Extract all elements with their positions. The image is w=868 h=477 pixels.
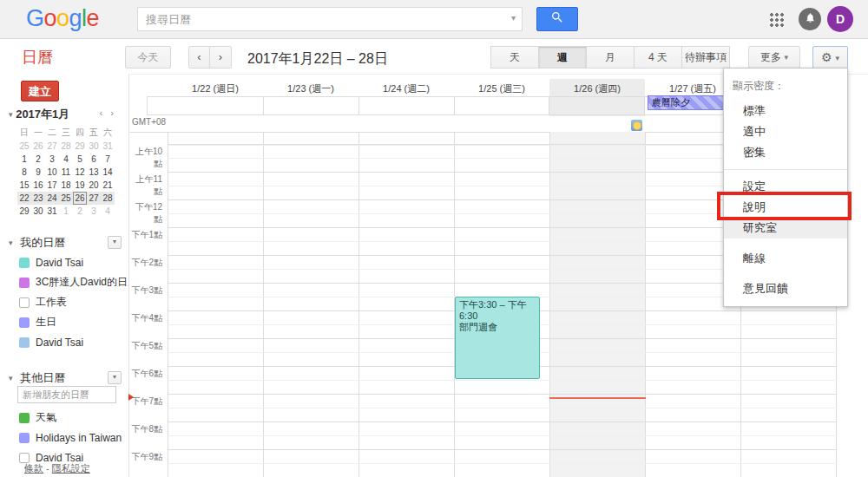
mini-calendar-day[interactable]: 24 <box>45 192 59 205</box>
calendar-color-swatch[interactable] <box>19 317 30 328</box>
mini-next-button[interactable]: › <box>108 108 116 118</box>
settings-gear-button[interactable]: ⚙ ▾ <box>812 46 848 69</box>
menu-item[interactable]: 意見回饋 <box>724 278 847 299</box>
privacy-link[interactable]: 隱私設定 <box>52 463 90 474</box>
mini-calendar-day[interactable]: 7 <box>101 153 115 166</box>
mini-calendar-day[interactable]: 27 <box>45 140 59 153</box>
mini-calendar-day[interactable]: 4 <box>59 153 73 166</box>
calendar-color-swatch[interactable] <box>19 278 30 288</box>
my-calendars-menu-button[interactable]: ▾ <box>108 236 122 249</box>
other-calendars-header[interactable]: ▾ 其他日曆 <box>9 370 65 386</box>
google-logo[interactable]: Google <box>26 5 99 32</box>
mini-calendar-day[interactable]: 23 <box>31 192 45 205</box>
mini-calendar-day[interactable]: 12 <box>73 166 87 179</box>
day-header-label[interactable]: 1/22 (週日) <box>168 82 263 95</box>
mini-calendar-day[interactable]: 13 <box>87 166 101 179</box>
mini-calendar-day[interactable]: 3 <box>87 205 101 218</box>
view-tab[interactable]: 待辦事項 <box>682 46 730 69</box>
mini-calendar-day[interactable]: 28 <box>101 192 115 205</box>
menu-item-density[interactable]: 密集 <box>724 142 847 163</box>
today-button[interactable]: 今天 <box>125 46 171 69</box>
mini-calendar-day[interactable]: 31 <box>45 205 59 218</box>
menu-item-density[interactable]: 適中 <box>724 121 847 142</box>
search-button[interactable] <box>536 7 578 31</box>
calendar-list-item[interactable]: 3C胖達人David的日曆 <box>0 272 138 292</box>
mini-calendar-day[interactable]: 14 <box>101 166 115 179</box>
mini-calendar-day[interactable]: 6 <box>87 153 101 166</box>
mini-calendar-day[interactable]: 11 <box>59 166 73 179</box>
mini-calendar-day[interactable]: 20 <box>87 179 101 192</box>
all-day-cell[interactable] <box>263 97 358 114</box>
mini-calendar-day[interactable]: 27 <box>87 192 101 205</box>
calendar-list-item[interactable]: David Tsai <box>0 332 138 352</box>
mini-calendar-day[interactable]: 25 <box>17 140 31 153</box>
calendar-list-item[interactable]: 生日 <box>0 312 138 332</box>
menu-item[interactable]: 設定 <box>724 176 847 197</box>
mini-calendar-day[interactable]: 30 <box>87 140 101 153</box>
view-tab[interactable]: 月 <box>587 46 635 69</box>
search-input[interactable] <box>137 7 523 31</box>
mini-calendar-day[interactable]: 1 <box>17 153 31 166</box>
calendar-color-swatch[interactable] <box>19 337 30 348</box>
all-day-cell[interactable] <box>147 97 263 114</box>
mini-calendar-day[interactable]: 30 <box>31 205 45 218</box>
view-tab[interactable]: 天 <box>491 46 539 69</box>
mini-calendar-day[interactable]: 26 <box>31 140 45 153</box>
calendar-color-swatch[interactable] <box>19 433 30 443</box>
mini-calendar-day[interactable]: 10 <box>45 166 59 179</box>
mini-calendar-day[interactable]: 8 <box>17 166 31 179</box>
mini-calendar-day[interactable]: 2 <box>73 205 87 218</box>
calendar-list-item[interactable]: 天氣 <box>0 408 122 428</box>
more-button[interactable]: 更多 ▾ <box>748 46 800 69</box>
calendar-color-swatch[interactable] <box>19 258 30 268</box>
mini-calendar-day[interactable]: 19 <box>73 179 87 192</box>
my-calendars-header[interactable]: ▾ 我的日曆 <box>9 235 65 251</box>
mini-prev-button[interactable]: ‹ <box>97 108 106 118</box>
menu-item[interactable]: 說明 <box>724 197 847 218</box>
mini-calendar-day[interactable]: 29 <box>17 205 31 218</box>
collapse-caret-icon[interactable]: ▾ <box>9 374 13 382</box>
add-friend-calendar-input[interactable] <box>17 386 116 403</box>
menu-item[interactable]: 離線 <box>724 248 847 269</box>
notifications-button[interactable] <box>799 8 821 30</box>
all-day-cell[interactable] <box>549 97 644 114</box>
account-avatar[interactable]: D <box>827 6 853 32</box>
collapse-caret-icon[interactable]: ▾ <box>9 110 13 119</box>
mini-calendar-day[interactable]: 5 <box>73 153 87 166</box>
mini-calendar-day[interactable]: 22 <box>17 192 31 205</box>
mini-calendar-day[interactable]: 17 <box>45 179 59 192</box>
mini-calendar-day[interactable]: 28 <box>59 140 73 153</box>
calendar-list-item[interactable]: Holidays in Taiwan <box>0 428 122 448</box>
search-options-caret-icon[interactable]: ▾ <box>511 13 516 23</box>
collapse-caret-icon[interactable]: ▾ <box>9 238 13 247</box>
mini-calendar-day[interactable]: 21 <box>101 179 115 192</box>
day-header-label[interactable]: 1/23 (週一) <box>263 82 358 95</box>
mini-calendar-day[interactable]: 15 <box>17 179 31 192</box>
prev-week-button[interactable]: ‹ <box>188 46 210 69</box>
next-week-button[interactable]: › <box>210 46 232 69</box>
calendar-list-item[interactable]: 工作表 <box>0 292 138 312</box>
mini-calendar-day[interactable]: 18 <box>59 179 73 192</box>
mini-calendar-day[interactable]: 2 <box>31 153 45 166</box>
mini-calendar-day[interactable]: 29 <box>73 140 87 153</box>
day-header-label[interactable]: 1/24 (週二) <box>358 82 454 95</box>
mini-calendar-day[interactable]: 25 <box>59 192 73 205</box>
mini-calendar-day[interactable]: 9 <box>31 166 45 179</box>
terms-link[interactable]: 條款 <box>24 463 43 474</box>
view-tab[interactable]: 週 <box>539 46 587 69</box>
calendar-color-swatch[interactable] <box>19 297 30 308</box>
mini-calendar-day[interactable]: 31 <box>101 140 115 153</box>
all-day-cell[interactable] <box>358 97 454 114</box>
create-event-button[interactable]: 建立 <box>21 81 59 101</box>
other-calendars-menu-button[interactable]: ▾ <box>108 371 122 384</box>
day-header-label[interactable]: 1/25 (週三) <box>454 82 549 95</box>
all-day-cell[interactable] <box>454 97 549 114</box>
mini-calendar-day[interactable]: 4 <box>101 205 115 218</box>
event-department-weekly-meeting[interactable]: 下午3:30 – 下午6:30 部門週會 <box>455 297 540 379</box>
mini-calendar-day[interactable]: 26 <box>73 192 87 205</box>
calendar-list-item[interactable]: David Tsai <box>0 252 138 272</box>
mini-calendar-day[interactable]: 16 <box>31 179 45 192</box>
calendar-color-swatch[interactable] <box>19 413 30 423</box>
mini-calendar-day[interactable]: 3 <box>45 153 59 166</box>
day-header-label[interactable]: 1/26 (週四) <box>549 82 645 95</box>
